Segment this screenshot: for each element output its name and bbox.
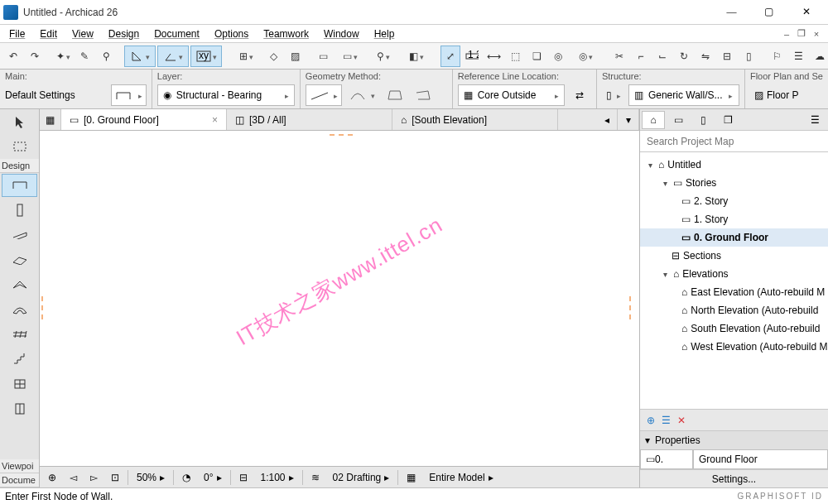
snap-button[interactable]: ⤢ [440, 46, 460, 67]
angle-value[interactable]: 0° ▸ [199, 472, 226, 483]
menu-edit[interactable]: Edit [32, 26, 65, 41]
pick-button[interactable]: ✦▾ [53, 46, 73, 67]
select-rect-button[interactable]: ⬚ [505, 46, 525, 67]
hatch-button[interactable]: ▨ [285, 46, 305, 67]
structure-selector[interactable]: ▥ Generic Wall/S... ▸ [628, 84, 739, 106]
mdi-close-icon[interactable]: × [810, 28, 823, 40]
geometry-trap-button[interactable] [411, 84, 436, 106]
angle-tool-button[interactable]: ▾ [124, 46, 156, 67]
refline-flip-button[interactable]: ⇄ [568, 84, 591, 106]
story-code-field[interactable]: ▭ 0. [640, 449, 693, 469]
circle-down-button[interactable]: ◎▾ [570, 46, 601, 67]
viewpoint-section[interactable]: Viewpoi [0, 459, 39, 473]
tree-story-1[interactable]: ▭1. Story [640, 210, 828, 228]
layer-combo-icon[interactable]: ≋ [306, 472, 325, 483]
tree-ground-floor[interactable]: ▭0. Ground Floor [640, 228, 828, 247]
ruler-button[interactable]: 1 2 [462, 46, 482, 67]
floorplan-button[interactable]: ▨Floor P [750, 84, 803, 106]
view-settings-button[interactable]: ☰ [662, 415, 671, 426]
column-tool[interactable] [2, 199, 37, 222]
dim-button[interactable]: ⟷ [484, 46, 503, 67]
menu-document[interactable]: Document [147, 26, 207, 41]
menu-help[interactable]: Help [367, 26, 402, 41]
tree-west-elevation[interactable]: ⌂West Elevation (Auto-rebuild M [640, 338, 828, 356]
cloud-button[interactable]: ☁ [810, 46, 828, 67]
beam-tool[interactable] [2, 223, 37, 247]
box-button[interactable]: ▭ [313, 46, 333, 67]
shell-tool[interactable] [2, 298, 37, 321]
tab-south-elevation[interactable]: ⌂ [South Elevation] [392, 109, 558, 130]
shape-button[interactable]: ◧▾ [401, 46, 432, 67]
box-down-button[interactable]: ▭▾ [335, 46, 366, 67]
tab-3d[interactable]: ◫ [3D / All] [227, 109, 392, 130]
tree-stories[interactable]: ▾▭Stories [640, 174, 828, 192]
axis-tool-button[interactable]: ▾ [157, 46, 189, 67]
scale-value[interactable]: 1:100 ▸ [256, 472, 299, 483]
marquee-tool[interactable] [2, 135, 37, 158]
eyedropper-icon[interactable]: ✎ [75, 46, 94, 67]
maximize-button[interactable]: ▢ [750, 1, 787, 24]
tab-arrow-left[interactable]: ◂ [596, 109, 618, 130]
wall-settings-button[interactable]: ▸ [111, 84, 147, 106]
redo-button[interactable]: ↷ [25, 46, 45, 67]
layer-combo-value[interactable]: 02 Drafting ▸ [328, 472, 395, 483]
nav-view-map-tab[interactable]: ▭ [667, 111, 690, 129]
align-button[interactable]: ▯ [739, 46, 758, 67]
close-button[interactable]: ✕ [787, 1, 825, 24]
grid-button[interactable]: ⊞▾ [230, 46, 262, 67]
undo-button[interactable]: ↶ [3, 46, 23, 67]
arrow-tool[interactable] [2, 110, 37, 133]
roof-tool[interactable] [2, 273, 37, 296]
corner-button[interactable]: ⌙ [652, 46, 672, 67]
mesh-tool[interactable] [2, 323, 37, 346]
menu-file[interactable]: File [2, 26, 32, 41]
tree-elevations[interactable]: ▾⌂Elevations [640, 265, 828, 283]
slab-tool[interactable] [2, 248, 37, 271]
drawing-canvas[interactable]: IT技术之家www.ittel.cn [40, 131, 639, 466]
xy-tool-button[interactable]: xy▾ [190, 46, 222, 67]
door-tool[interactable] [2, 397, 37, 420]
mdi-restore-icon[interactable]: ❐ [795, 28, 808, 40]
stair-tool[interactable] [2, 348, 37, 371]
rotate-button[interactable]: ↻ [674, 46, 694, 67]
list-button[interactable]: ☰ [788, 46, 808, 67]
model-value[interactable]: Entire Model ▸ [424, 472, 498, 483]
tree-story-2[interactable]: ▭2. Story [640, 192, 828, 210]
nav-layout-tab[interactable]: ▯ [691, 111, 715, 129]
handle-button[interactable]: ⚲▾ [368, 46, 399, 67]
adjust-button[interactable]: ⌐ [631, 46, 651, 67]
scale-icon[interactable]: ⊟ [234, 472, 253, 483]
mdi-minimize-icon[interactable]: – [780, 28, 793, 40]
cut-button[interactable]: ✂ [609, 46, 629, 67]
minimize-button[interactable]: — [713, 1, 750, 24]
zoom-value[interactable]: 50% ▸ [132, 472, 170, 483]
nav-publisher-tab[interactable]: ❐ [716, 111, 739, 129]
geometry-straight-button[interactable]: ▸ [306, 84, 342, 106]
tab-ground-floor[interactable]: ▭ [0. Ground Floor] × [61, 109, 227, 130]
model-icon[interactable]: ▦ [402, 472, 421, 483]
tab-dropdown[interactable]: ▾ [618, 109, 639, 130]
geometry-box-button[interactable] [383, 84, 407, 106]
new-viewpoint-button[interactable]: ⊕ [647, 415, 655, 426]
settings-button[interactable]: Settings... [640, 469, 828, 487]
tree-east-elevation[interactable]: ⌂East Elevation (Auto-rebuild M [640, 283, 828, 301]
nav-menu-button[interactable]: ☰ [803, 111, 826, 129]
nav-prev[interactable]: ◅ [65, 472, 82, 483]
layer-selector[interactable]: ◉ Structural - Bearing ▸ [157, 84, 295, 106]
split-button[interactable]: ⊟ [717, 46, 737, 67]
menu-design[interactable]: Design [101, 26, 147, 41]
refline-selector[interactable]: ▦ Core Outside ▸ [458, 84, 565, 106]
menu-window[interactable]: Window [316, 26, 367, 41]
curtain-wall-tool[interactable] [2, 372, 37, 396]
menu-teamwork[interactable]: Teamwork [256, 26, 316, 41]
mirror-button[interactable]: ⇋ [696, 46, 715, 67]
wall-tool[interactable] [2, 174, 37, 197]
tree-root[interactable]: ▾⌂Untitled [640, 156, 828, 174]
circle-button[interactable]: ◎ [548, 46, 568, 67]
plane-button[interactable]: ◇ [263, 46, 283, 67]
search-input[interactable] [640, 131, 828, 151]
fit-button[interactable]: ⊡ [106, 472, 124, 483]
geometry-curved-button[interactable]: ▾ [345, 84, 379, 106]
tree-north-elevation[interactable]: ⌂North Elevation (Auto-rebuild [640, 301, 828, 319]
tree-sections[interactable]: ⊟Sections [640, 247, 828, 265]
